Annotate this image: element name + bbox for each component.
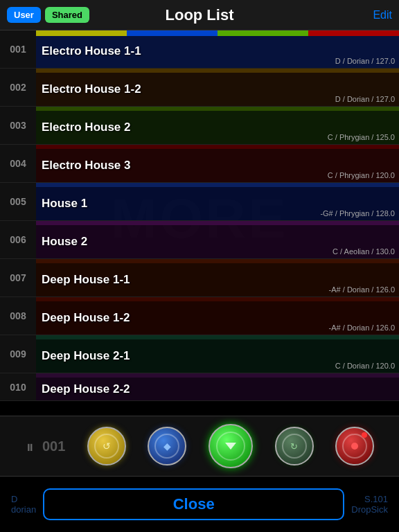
play-inner [216,432,245,461]
loop-body: Deep House 2-2 [36,373,399,400]
app-header: User Shared Loop List Edit [0,0,399,30]
loop-body: House 1-G# / Phrygian / 128.0 [36,183,399,220]
loop-body: Electro House 3C / Phrygian / 120.0 [36,145,399,182]
loop-name: Electro House 1-1 [42,44,393,58]
sync-button[interactable]: ↻ [275,427,314,466]
record-button[interactable] [335,427,374,466]
loop-number: 003 [0,107,36,144]
loop-number: 009 [0,335,36,373]
loop-number: 004 [0,145,36,182]
loop-number: 008 [0,297,36,335]
loop-body: Deep House 1-1-A# / Dorian / 126.0 [36,259,399,296]
cue-inner: ◆ [154,434,179,459]
loop-number: 001 [0,30,36,68]
tab-shared[interactable]: Shared [45,7,89,23]
loop-number: 005 [0,183,36,220]
sync-inner: ↻ [282,434,307,459]
page-title: Loop List [166,6,234,24]
loop-number: 010 [0,373,36,400]
color-bar [36,221,399,225]
playback-bar: ⏸ 001 ↺ ◆ ↻ [0,416,399,477]
list-item[interactable]: 007Deep House 1-1-A# / Dorian / 126.0 [0,259,399,297]
loop-body: House 2C / Aeolian / 130.0 [36,221,399,258]
color-bar [36,297,399,301]
close-button[interactable]: Close [43,488,344,520]
color-bar [36,373,399,378]
list-item[interactable]: 004Electro House 3C / Phrygian / 120.0 [0,145,399,183]
list-item[interactable]: 009Deep House 2-1C / Dorian / 120.0 [0,335,399,373]
playback-number: ⏸ 001 [25,438,66,454]
loop-body: Electro House 2C / Phrygian / 125.0 [36,107,399,144]
color-bar [36,107,399,111]
list-item[interactable]: 005House 1-G# / Phrygian / 128.0 [0,183,399,221]
loop-meta: D / Dorian / 127.0 [335,57,395,65]
loop-body: Deep House 2-1C / Dorian / 120.0 [36,335,399,373]
loop-number: 002 [0,69,36,106]
tab-group: User Shared [7,7,89,23]
close-area: D dorian Close S.101 DropSick [0,477,399,532]
loop-meta: -A# / Dorian / 126.0 [329,323,395,332]
color-bar [36,145,399,149]
loop-meta: C / Dorian / 120.0 [335,362,395,370]
loop-inner: ↺ [94,434,119,459]
loop-meta: C / Phrygian / 125.0 [328,133,395,141]
loop-name: Deep House 1-2 [42,311,393,325]
loop-button[interactable]: ↺ [87,427,126,466]
loop-list: MORE 001Electro House 1-1D / Dorian / 12… [0,30,399,407]
play-button[interactable] [209,424,253,468]
loop-meta: C / Phrygian / 120.0 [328,171,395,179]
color-bar [36,69,399,73]
loop-name: Deep House 2-2 [42,382,393,396]
cue-button[interactable]: ◆ [148,427,186,466]
loop-meta: -G# / Phrygian / 128.0 [320,209,395,218]
left-info: D dorian [11,494,36,515]
list-item[interactable]: 006House 2C / Aeolian / 130.0 [0,221,399,259]
list-item[interactable]: 002Electro House 1-2D / Dorian / 127.0 [0,69,399,107]
color-bar [36,335,399,339]
record-dot [351,443,358,450]
loop-name: Deep House 1-1 [42,273,393,287]
edit-button[interactable]: Edit [373,9,392,21]
list-item[interactable]: 008Deep House 1-2-A# / Dorian / 126.0 [0,297,399,335]
right-info: S.101 DropSick [351,494,388,515]
loop-meta: -A# / Dorian / 126.0 [329,285,395,294]
loop-number: 007 [0,259,36,296]
list-item[interactable]: 003Electro House 2C / Phrygian / 125.0 [0,107,399,145]
loop-name: Electro House 2 [42,121,393,134]
loop-meta: C / Aeolian / 130.0 [332,247,395,256]
list-item[interactable]: 001Electro House 1-1D / Dorian / 127.0 [0,30,399,69]
loop-body: Electro House 1-2D / Dorian / 127.0 [36,69,399,106]
loop-name: House 2 [42,235,393,249]
loop-body: Deep House 1-2-A# / Dorian / 126.0 [36,297,399,335]
loop-name: Electro House 1-2 [42,82,393,96]
list-item[interactable]: 010Deep House 2-2 [0,373,399,401]
down-arrow-icon [225,443,236,450]
color-bar [36,183,399,187]
loop-name: Deep House 2-1 [42,349,393,363]
tab-user[interactable]: User [7,7,41,23]
loop-name: House 1 [42,197,393,211]
color-bar [36,259,399,263]
color-bar [36,30,399,36]
active-dot [362,432,367,438]
loop-meta: D / Dorian / 127.0 [335,95,395,103]
loop-body: Electro House 1-1D / Dorian / 127.0 [36,30,399,68]
loop-name: Electro House 3 [42,159,393,172]
loop-number: 006 [0,221,36,258]
